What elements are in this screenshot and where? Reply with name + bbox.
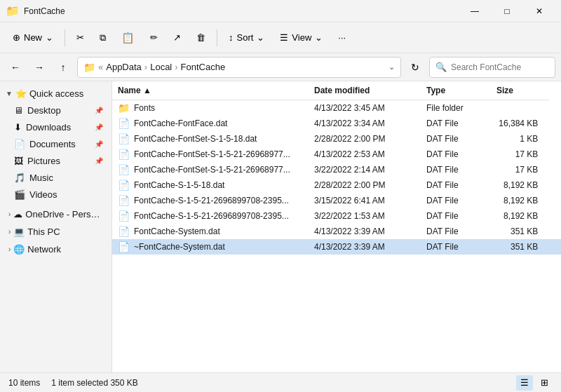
this-pc-header[interactable]: › 💻 This PC [3,224,109,240]
sidebar-item-videos[interactable]: 🎬 Videos [3,187,109,203]
table-row[interactable]: 📄FontCache-FontSet-S-1-5-21-26968977...4… [112,147,561,162]
file-name: FontCache-FontSet-S-1-5-21-26968977... [134,165,290,175]
downloads-label: Downloads [26,122,71,133]
desktop-label: Desktop [27,105,61,116]
refresh-button[interactable]: ↻ [405,58,425,77]
file-size: 16,384 KB [491,116,549,131]
quick-access-chevron: ▼ [6,90,13,97]
paste-button[interactable]: 📋 [114,28,142,48]
more-button[interactable]: ··· [331,29,353,46]
file-type-icon: 📄 [118,180,130,191]
main-content: ▼ ⭐ Quick access 🖥 Desktop 📌 ⬇ Downloads… [0,81,561,372]
this-pc-icon: 💻 [13,227,25,237]
sidebar-item-pictures[interactable]: 🖼 Pictures 📌 [3,153,109,169]
network-header[interactable]: › 🌐 Network [3,241,109,257]
table-row[interactable]: 📄FontCache-S-1-5-18.dat2/28/2022 2:00 PM… [112,177,561,193]
minimize-button[interactable]: — [459,0,491,22]
documents-icon: 📄 [14,139,25,149]
view-button[interactable]: ☰ View ⌄ [273,29,330,46]
path-arrow-2: › [175,62,177,72]
copy-button[interactable]: ⧉ [93,29,113,47]
view-chevron: ⌄ [315,32,323,43]
network-chevron: › [8,245,11,253]
table-row[interactable]: 📄FontCache-FontSet-S-1-5-18.dat2/28/2022… [112,131,561,147]
sidebar-item-documents[interactable]: 📄 Documents 📌 [3,136,109,152]
column-header-date[interactable]: Date modified [309,81,421,100]
rename-button[interactable]: ✏ [143,29,165,46]
music-icon: 🎵 [14,173,25,183]
up-button[interactable]: ↑ [53,58,73,77]
details-view-button[interactable]: ☰ [516,375,533,391]
column-header-name[interactable]: Name ▲ [112,81,309,100]
search-input[interactable] [451,62,556,72]
file-name: FontCache-S-1-5-18.dat [134,180,224,190]
address-bar: ← → ↑ 📁 « AppData › Local › FontCache ⌄ … [0,53,561,81]
address-path[interactable]: 📁 « AppData › Local › FontCache ⌄ [77,57,401,78]
rename-icon: ✏ [150,32,158,43]
cut-button[interactable]: ✂ [69,29,91,46]
quick-access-header[interactable]: ▼ ⭐ Quick access [0,86,111,102]
large-icons-view-button[interactable]: ⊞ [536,375,553,391]
path-part-fontcache[interactable]: FontCache [181,62,226,72]
sidebar-item-downloads[interactable]: ⬇ Downloads 📌 [3,119,109,135]
path-part-appdata[interactable]: AppData [106,62,142,72]
table-row[interactable]: 📄FontCache-System.dat4/13/2022 3:39 AMDA… [112,224,561,239]
quick-access-label: Quick access [29,88,83,99]
path-arrow-1: › [144,62,147,72]
documents-pin-icon: 📌 [95,140,103,148]
onedrive-header[interactable]: › ☁ OneDrive - Persona [3,206,109,222]
file-area: Name ▲ Date modified Type Size 📁Fonts4/1… [112,81,561,372]
table-row[interactable]: 📄~FontCache-System.dat4/13/2022 3:39 AMD… [112,239,561,255]
table-row[interactable]: 📄FontCache-S-1-5-21-2696899708-2395...3/… [112,193,561,208]
search-box[interactable]: 🔍 [429,57,555,78]
close-button[interactable]: ✕ [523,0,555,22]
pictures-pin-icon: 📌 [95,157,103,165]
videos-label: Videos [29,189,58,200]
file-type: DAT File [421,131,491,147]
maximize-button[interactable]: □ [491,0,523,22]
new-chevron: ⌄ [46,32,53,43]
table-row[interactable]: 📄FontCache-FontSet-S-1-5-21-26968977...3… [112,162,561,177]
file-type: DAT File [421,239,491,255]
file-date: 3/22/2022 1:53 AM [309,208,421,224]
table-header-row: Name ▲ Date modified Type Size [112,81,561,100]
sidebar: ▼ ⭐ Quick access 🖥 Desktop 📌 ⬇ Downloads… [0,81,112,372]
title-bar: 📁 FontCache — □ ✕ [0,0,561,22]
file-type-icon: 📄 [118,118,130,129]
toolbar-separator-2 [217,29,217,46]
path-separator-1: « [98,62,103,72]
view-icon: ☰ [280,32,288,43]
new-button[interactable]: ⊕ New ⌄ [6,29,60,46]
search-icon: 🔍 [435,62,447,72]
network-icon: 🌐 [13,244,25,255]
table-row[interactable]: 📄FontCache-FontFace.dat4/13/2022 3:34 AM… [112,116,561,131]
file-size: 351 KB [491,224,549,239]
table-row[interactable]: 📁Fonts4/13/2022 3:45 AMFile folder [112,100,561,116]
delete-button[interactable]: 🗑 [189,29,212,46]
share-button[interactable]: ↗ [166,29,188,46]
column-header-size[interactable]: Size [491,81,549,100]
file-name: Fonts [134,103,155,113]
address-chevron[interactable]: ⌄ [388,62,395,72]
sort-button[interactable]: ↕ Sort ⌄ [222,29,271,46]
file-type-icon: 📄 [118,241,130,252]
table-row[interactable]: 📄FontCache-S-1-5-21-2696899708-2395...3/… [112,208,561,224]
sidebar-item-desktop[interactable]: 🖥 Desktop 📌 [3,102,109,119]
selected-info: 1 item selected 350 KB [51,378,137,388]
this-pc-chevron: › [8,228,11,236]
file-size: 8,192 KB [491,177,549,193]
path-part-local[interactable]: Local [150,62,172,72]
new-label: New [24,32,42,43]
quick-access-icon: ⭐ [15,88,27,99]
sidebar-item-music[interactable]: 🎵 Music [3,170,109,186]
file-type: DAT File [421,208,491,224]
item-count: 10 items [8,378,40,388]
file-name: FontCache-FontFace.dat [134,119,227,128]
forward-button[interactable]: → [29,58,49,77]
file-size: 17 KB [491,147,549,162]
sort-icon: ↕ [229,32,234,43]
back-button[interactable]: ← [6,58,25,77]
file-size: 17 KB [491,162,549,177]
file-date: 2/28/2022 2:00 PM [309,131,421,147]
column-header-type[interactable]: Type [421,81,491,100]
